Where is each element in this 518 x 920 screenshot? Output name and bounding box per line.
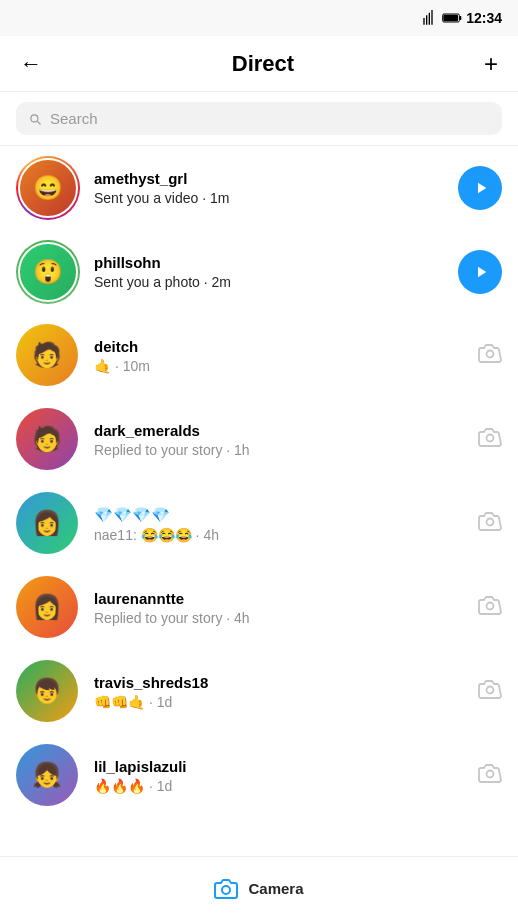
message-preview: nae11: 😂😂😂 · 4h (94, 527, 466, 543)
message-content: lil_lapislazuli 🔥🔥🔥 · 1d (94, 758, 466, 794)
message-content: 💎💎💎💎 nae11: 😂😂😂 · 4h (94, 506, 466, 543)
camera-action-icon[interactable] (478, 679, 502, 705)
avatar: 🧑 (16, 408, 78, 470)
message-item[interactable]: 😲 phillsohn Sent you a photo · 2m (0, 230, 518, 314)
avatar: 👧 (16, 744, 78, 806)
camera-action-icon[interactable] (478, 511, 502, 537)
message-item[interactable]: 👩 💎💎💎💎 nae11: 😂😂😂 · 4h (0, 482, 518, 566)
svg-point-7 (487, 687, 494, 694)
camera-label: Camera (248, 880, 303, 897)
message-content: travis_shreds18 👊👊🤙 · 1d (94, 674, 466, 710)
search-container: Search (0, 92, 518, 146)
status-time: 12:34 (466, 10, 502, 26)
avatar-container: 👩 (16, 576, 80, 640)
svg-point-8 (487, 771, 494, 778)
search-bar[interactable]: Search (16, 102, 502, 135)
message-action[interactable] (478, 595, 502, 621)
message-action[interactable] (458, 250, 502, 294)
search-input[interactable]: Search (50, 110, 98, 127)
story-ring-gradient: 😄 (16, 156, 80, 220)
message-username: deitch (94, 338, 466, 355)
avatar-container: 👩 (16, 492, 80, 556)
svg-point-6 (487, 603, 494, 610)
message-preview: 🔥🔥🔥 · 1d (94, 778, 466, 794)
avatar-container: 👧 (16, 744, 80, 808)
message-content: laurenanntte Replied to your story · 4h (94, 590, 466, 626)
avatar: 👩 (16, 492, 78, 554)
camera-action-icon[interactable] (478, 595, 502, 621)
play-button[interactable] (458, 250, 502, 294)
message-item[interactable]: 👦 travis_shreds18 👊👊🤙 · 1d (0, 650, 518, 734)
message-preview: Sent you a video · 1m (94, 190, 446, 206)
message-preview: Sent you a photo · 2m (94, 274, 446, 290)
message-action[interactable] (478, 343, 502, 369)
svg-point-3 (487, 351, 494, 358)
message-content: phillsohn Sent you a photo · 2m (94, 254, 446, 290)
avatar-container: 😄 (16, 156, 80, 220)
svg-rect-2 (444, 15, 459, 22)
avatar-container: 👦 (16, 660, 80, 724)
message-action[interactable] (458, 166, 502, 210)
avatar-container: 🧑 (16, 408, 80, 472)
message-username: 💎💎💎💎 (94, 506, 466, 524)
play-button[interactable] (458, 166, 502, 210)
avatar: 👦 (16, 660, 78, 722)
svg-rect-1 (460, 16, 462, 20)
message-username: laurenanntte (94, 590, 466, 607)
message-preview: 🤙 · 10m (94, 358, 466, 374)
svg-point-5 (487, 519, 494, 526)
message-username: phillsohn (94, 254, 446, 271)
avatar-container: 😲 (16, 240, 80, 304)
message-action[interactable] (478, 679, 502, 705)
message-item[interactable]: 🧑 deitch 🤙 · 10m (0, 314, 518, 398)
message-item[interactable]: 👧 lil_lapislazuli 🔥🔥🔥 · 1d (0, 734, 518, 818)
story-ring-green: 😲 (16, 240, 80, 304)
message-action[interactable] (478, 427, 502, 453)
battery-icon (442, 11, 462, 25)
avatar-container: 🧑 (16, 324, 80, 388)
bottom-bar-camera[interactable]: Camera (0, 856, 518, 920)
new-message-button[interactable]: + (480, 46, 502, 82)
message-preview: Replied to your story · 4h (94, 610, 466, 626)
message-username: amethyst_grl (94, 170, 446, 187)
status-bar: 12:34 (0, 0, 518, 36)
camera-icon (214, 877, 238, 901)
message-username: lil_lapislazuli (94, 758, 466, 775)
camera-action-icon[interactable] (478, 427, 502, 453)
header: ← Direct + (0, 36, 518, 92)
message-list: 😄 amethyst_grl Sent you a video · 1m 😲 p… (0, 146, 518, 818)
message-item[interactable]: 🧑 dark_emeralds Replied to your story · … (0, 398, 518, 482)
camera-action-icon[interactable] (478, 343, 502, 369)
message-item[interactable]: 👩 laurenanntte Replied to your story · 4… (0, 566, 518, 650)
signal-icon (422, 10, 438, 26)
message-content: amethyst_grl Sent you a video · 1m (94, 170, 446, 206)
message-preview: Replied to your story · 1h (94, 442, 466, 458)
svg-point-4 (487, 435, 494, 442)
back-button[interactable]: ← (16, 47, 46, 81)
avatar: 🧑 (16, 324, 78, 386)
camera-action-icon[interactable] (478, 763, 502, 789)
message-action[interactable] (478, 511, 502, 537)
message-preview: 👊👊🤙 · 1d (94, 694, 466, 710)
message-action[interactable] (478, 763, 502, 789)
message-username: dark_emeralds (94, 422, 466, 439)
message-content: dark_emeralds Replied to your story · 1h (94, 422, 466, 458)
page-title: Direct (232, 51, 294, 77)
avatar: 👩 (16, 576, 78, 638)
search-icon (28, 112, 42, 126)
svg-point-9 (222, 886, 230, 894)
message-item[interactable]: 😄 amethyst_grl Sent you a video · 1m (0, 146, 518, 230)
message-username: travis_shreds18 (94, 674, 466, 691)
message-content: deitch 🤙 · 10m (94, 338, 466, 374)
status-icons: 12:34 (422, 10, 502, 26)
